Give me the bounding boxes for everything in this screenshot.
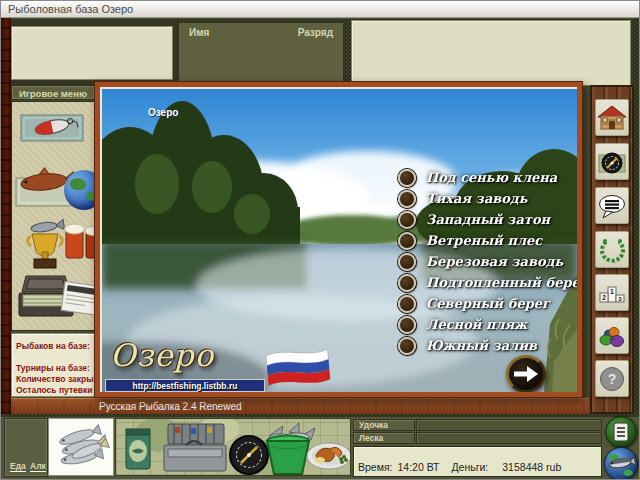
- players-name-header: Имя: [189, 27, 209, 81]
- base-info-line: Рыбаков на базе:: [16, 341, 94, 352]
- next-page-button[interactable]: [506, 355, 546, 392]
- home-button[interactable]: [595, 99, 629, 136]
- location-list: Под сенью клена Тихая заводь Западный за…: [398, 167, 577, 356]
- base-info-panel: Рыбаков на базе: Турниры на базе: Количе…: [11, 333, 95, 397]
- money-value: 3158448 rub: [502, 461, 561, 473]
- time-label: Время:: [358, 461, 393, 473]
- location-option[interactable]: Северный берег: [398, 293, 577, 314]
- location-select-dialog: Озеро Под сенью клена Тихая заводь Запад…: [94, 81, 583, 398]
- chat-panel-left: [11, 26, 173, 80]
- fish-inventory-button[interactable]: [48, 418, 114, 476]
- status-panel: Время: 14:20 ВТ Деньги: 3158448 rub: [353, 446, 602, 477]
- site-globe-icon: [605, 448, 637, 480]
- chat-icon: [597, 191, 627, 221]
- line-label: Леска: [353, 432, 415, 444]
- svg-text:1: 1: [610, 288, 614, 295]
- russian-flag-icon: [262, 342, 333, 390]
- titlebar: Рыболовная база Озеро: [1, 1, 640, 18]
- beer-mugs-icon[interactable]: [62, 218, 95, 264]
- radio-icon[interactable]: [398, 190, 416, 208]
- lake-logo-title: Озеро: [110, 337, 214, 373]
- players-panel: Имя Разряд: [177, 21, 345, 83]
- travel-map-button[interactable]: [595, 143, 629, 180]
- location-option[interactable]: Западный затон: [398, 209, 577, 230]
- location-option[interactable]: Подтопленный берег: [398, 272, 577, 293]
- base-info-line: Турниры на базе:: [16, 363, 94, 374]
- arrow-right-icon: [513, 365, 539, 383]
- newspaper-icon[interactable]: [60, 278, 95, 320]
- food-alcohol-panel: Еда Алк: [5, 419, 47, 476]
- lures-icon: [597, 321, 627, 351]
- fish-inventory-icon: [51, 421, 111, 473]
- info-panel-right: [351, 20, 631, 86]
- help-icon: ?: [597, 364, 627, 394]
- location-option[interactable]: Южный залив: [398, 335, 577, 356]
- line-slot[interactable]: [416, 432, 602, 444]
- time-value: 14:20 ВТ: [398, 461, 440, 473]
- lake-photo: Озеро Под сенью клена Тихая заводь Запад…: [102, 89, 577, 392]
- records-button[interactable]: 1 2 3: [595, 274, 629, 311]
- wreath-icon: [597, 235, 627, 265]
- base-info-line: Осталось путевки: [16, 385, 94, 396]
- radio-icon[interactable]: [398, 253, 416, 271]
- map-compass-icon: [597, 147, 627, 177]
- radio-icon[interactable]: [398, 295, 416, 313]
- radio-icon[interactable]: [398, 337, 416, 355]
- radio-icon[interactable]: [398, 316, 416, 334]
- podium-icon: 1 2 3: [597, 278, 627, 308]
- window-title: Рыболовная база Озеро: [8, 3, 133, 15]
- rod-label: Удочка: [353, 419, 415, 431]
- svg-text:2: 2: [602, 294, 606, 301]
- notes-button[interactable]: [605, 416, 637, 448]
- spoon-lure-banknote-icon[interactable]: [19, 107, 87, 149]
- right-border: [634, 18, 640, 480]
- tackle-box-icon[interactable]: [156, 420, 232, 476]
- base-info-line: Количество закры: [16, 374, 94, 385]
- location-option[interactable]: Березовая заводь: [398, 251, 577, 272]
- gear-shelf: [115, 418, 351, 476]
- radio-icon[interactable]: [398, 232, 416, 250]
- home-icon: [597, 103, 627, 133]
- players-rank-header: Разряд: [298, 27, 333, 81]
- food-label: Еда: [10, 461, 26, 472]
- svg-text:?: ?: [608, 371, 617, 387]
- location-option[interactable]: Под сенью клена: [398, 167, 577, 188]
- brick-border: [1, 18, 11, 414]
- game-menu-header: Игровое меню: [11, 85, 95, 100]
- radio-icon[interactable]: [398, 169, 416, 187]
- rod-slot[interactable]: [416, 419, 602, 431]
- groundbait-pack-icon[interactable]: [122, 425, 154, 473]
- alcohol-label: Алк: [30, 461, 46, 472]
- site-url: http://bestfishing.listbb.ru: [105, 379, 265, 392]
- site-globe-button[interactable]: [604, 447, 638, 480]
- notes-icon: [612, 422, 630, 442]
- region-label: Озеро: [148, 107, 178, 118]
- money-label: Деньги:: [451, 461, 488, 473]
- right-toolbar: 1 2 3 ?: [590, 85, 634, 414]
- baits-button[interactable]: [595, 317, 629, 354]
- food-plate-icon[interactable]: [306, 431, 351, 473]
- radio-icon[interactable]: [398, 211, 416, 229]
- bottom-bar: Еда Алк: [1, 414, 640, 480]
- game-window: Рыболовная база Озеро Имя Разряд Игровое…: [0, 0, 640, 480]
- version-bar: Русская Рыбалка 2.4 Renewed: [11, 398, 589, 414]
- radio-icon[interactable]: [398, 274, 416, 292]
- location-option[interactable]: Лесной пляж: [398, 314, 577, 335]
- location-option[interactable]: Ветреный плес: [398, 230, 577, 251]
- help-button[interactable]: ?: [595, 360, 629, 397]
- game-menu-panel: [11, 101, 95, 331]
- top-band: Имя Разряд: [1, 19, 640, 85]
- achievements-button[interactable]: [595, 231, 629, 268]
- chat-button[interactable]: [595, 187, 629, 224]
- location-option[interactable]: Тихая заводь: [398, 188, 577, 209]
